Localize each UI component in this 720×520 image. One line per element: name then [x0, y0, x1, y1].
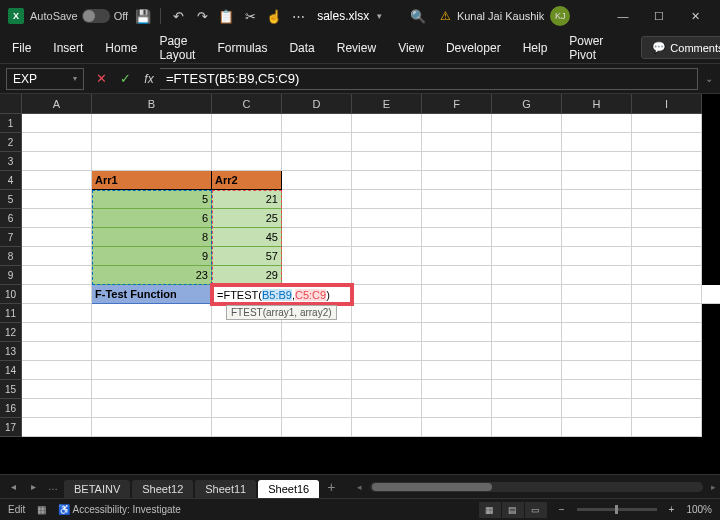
- tab-developer[interactable]: Developer: [444, 37, 503, 59]
- sheet-tab[interactable]: Sheet11: [195, 480, 256, 498]
- sheet-tab-active[interactable]: Sheet16: [258, 480, 319, 498]
- cell[interactable]: [92, 323, 212, 342]
- cell[interactable]: [562, 418, 632, 437]
- cell[interactable]: [492, 323, 562, 342]
- cell[interactable]: [282, 342, 352, 361]
- cell[interactable]: [422, 133, 492, 152]
- cell[interactable]: [632, 228, 702, 247]
- cell[interactable]: [352, 133, 422, 152]
- cell[interactable]: [352, 304, 422, 323]
- row-header[interactable]: 17: [0, 418, 22, 437]
- cell[interactable]: [422, 266, 492, 285]
- cell[interactable]: [352, 190, 422, 209]
- cell[interactable]: 8: [92, 228, 212, 247]
- cell[interactable]: [282, 380, 352, 399]
- cell[interactable]: [492, 304, 562, 323]
- cell[interactable]: [422, 418, 492, 437]
- cell[interactable]: [92, 418, 212, 437]
- accessibility-status[interactable]: ♿ Accessibility: Investigate: [58, 504, 181, 515]
- tab-file[interactable]: File: [10, 37, 33, 59]
- cell[interactable]: [632, 380, 702, 399]
- cell[interactable]: 45: [212, 228, 282, 247]
- col-header[interactable]: E: [352, 94, 422, 114]
- add-sheet-button[interactable]: +: [321, 479, 341, 495]
- cell[interactable]: Arr2: [212, 171, 282, 190]
- cell[interactable]: [702, 285, 720, 304]
- cell[interactable]: [632, 399, 702, 418]
- cell[interactable]: [422, 209, 492, 228]
- cell[interactable]: [22, 342, 92, 361]
- row-header[interactable]: 9: [0, 266, 22, 285]
- more-icon[interactable]: ⋯: [289, 7, 307, 25]
- cell[interactable]: [562, 190, 632, 209]
- autosave-toggle[interactable]: AutoSave Off: [30, 9, 128, 23]
- sheet-tab[interactable]: BETAINV: [64, 480, 130, 498]
- cell[interactable]: [632, 152, 702, 171]
- cell[interactable]: [422, 228, 492, 247]
- col-header[interactable]: H: [562, 94, 632, 114]
- cell[interactable]: [22, 266, 92, 285]
- cell[interactable]: [632, 304, 702, 323]
- view-page-icon[interactable]: ▤: [502, 502, 524, 518]
- cell[interactable]: [352, 285, 422, 304]
- cell[interactable]: [632, 342, 702, 361]
- row-header[interactable]: 14: [0, 361, 22, 380]
- cell[interactable]: [282, 133, 352, 152]
- stats-icon[interactable]: ▦: [37, 504, 46, 515]
- fx-icon[interactable]: fx: [138, 68, 160, 90]
- zoom-in-icon[interactable]: +: [669, 504, 675, 515]
- cell[interactable]: [92, 114, 212, 133]
- cell[interactable]: [422, 285, 492, 304]
- cell[interactable]: =FTEST(B5:B9,C5:C9): [212, 285, 352, 304]
- cell[interactable]: [352, 228, 422, 247]
- cell[interactable]: [352, 171, 422, 190]
- row-header[interactable]: 2: [0, 133, 22, 152]
- cell[interactable]: [212, 380, 282, 399]
- cell[interactable]: [22, 380, 92, 399]
- cell[interactable]: [562, 399, 632, 418]
- cell[interactable]: [282, 114, 352, 133]
- cell[interactable]: [22, 152, 92, 171]
- cell[interactable]: [632, 209, 702, 228]
- cell[interactable]: [22, 361, 92, 380]
- cell[interactable]: [282, 228, 352, 247]
- cell[interactable]: [492, 152, 562, 171]
- tab-power-pivot[interactable]: Power Pivot: [567, 30, 605, 66]
- cell[interactable]: [632, 247, 702, 266]
- cell[interactable]: [492, 361, 562, 380]
- cell[interactable]: [352, 399, 422, 418]
- row-header[interactable]: 4: [0, 171, 22, 190]
- cell[interactable]: [492, 171, 562, 190]
- cell[interactable]: [422, 247, 492, 266]
- cell[interactable]: [212, 418, 282, 437]
- zoom-level[interactable]: 100%: [686, 504, 712, 515]
- cell[interactable]: [632, 114, 702, 133]
- touch-icon[interactable]: ☝: [265, 7, 283, 25]
- cell[interactable]: [352, 418, 422, 437]
- col-header[interactable]: A: [22, 94, 92, 114]
- cell[interactable]: [562, 209, 632, 228]
- cell[interactable]: [562, 361, 632, 380]
- accept-icon[interactable]: ✓: [114, 68, 136, 90]
- row-header[interactable]: 10: [0, 285, 22, 304]
- close-button[interactable]: ✕: [678, 4, 712, 28]
- cell[interactable]: [492, 247, 562, 266]
- cell[interactable]: [282, 418, 352, 437]
- row-header[interactable]: 16: [0, 399, 22, 418]
- cell[interactable]: [282, 399, 352, 418]
- cell[interactable]: [492, 114, 562, 133]
- avatar[interactable]: KJ: [550, 6, 570, 26]
- tab-formulas[interactable]: Formulas: [215, 37, 269, 59]
- cell[interactable]: [352, 114, 422, 133]
- cell[interactable]: [492, 190, 562, 209]
- cell[interactable]: [282, 323, 352, 342]
- horizontal-scrollbar[interactable]: [370, 482, 703, 492]
- row-header[interactable]: 5: [0, 190, 22, 209]
- redo-icon[interactable]: ↷: [193, 7, 211, 25]
- cell[interactable]: [422, 152, 492, 171]
- cell[interactable]: [22, 190, 92, 209]
- sheet-nav-prev-icon[interactable]: ◂: [4, 478, 22, 496]
- cell[interactable]: [22, 114, 92, 133]
- tab-page-layout[interactable]: Page Layout: [157, 30, 197, 66]
- cell[interactable]: [562, 380, 632, 399]
